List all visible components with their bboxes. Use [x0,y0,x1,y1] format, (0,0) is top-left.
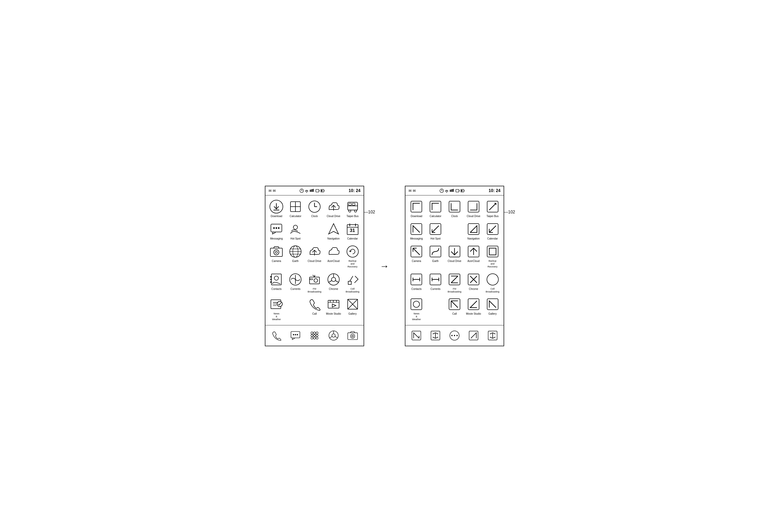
svg-rect-115 [459,190,459,191]
svg-point-93 [314,334,316,337]
svg-line-64 [313,275,315,277]
right-app-contacts[interactable]: Contacts [407,271,425,295]
right-app-grid: Download Calculator Clock Cloud Drive [405,195,504,325]
right-app-hotspot[interactable]: Hot Spot [427,220,445,242]
svg-point-3 [306,192,307,193]
svg-point-55 [274,276,279,280]
right-app-clock[interactable]: Clock [446,198,464,219]
app-cloud-drive[interactable]: Cloud Drive [324,198,342,219]
app-calculator[interactable]: Calculator [287,198,305,219]
app-movie[interactable]: Movie Studio [324,296,342,322]
right-app-taipei-bus[interactable]: Taipei Bus [483,198,501,219]
right-app-calculator[interactable]: Calculator [427,198,445,219]
dock-camera[interactable] [344,327,362,344]
left-time: 10: 24 [349,188,360,193]
right-app-gallery[interactable]: Gallery [483,296,501,322]
svg-rect-113 [453,189,454,192]
svg-rect-31 [349,203,351,205]
svg-point-160 [487,274,498,285]
svg-rect-7 [313,189,314,192]
right-app-chrome[interactable]: Chrome [464,271,482,295]
app-cell-broadcasting[interactable]: CellBroadcasting [344,271,362,295]
svg-point-96 [314,337,316,339]
right-app-currents[interactable]: Currents [427,271,445,295]
right-app-cell[interactable]: CellBroadcasting [483,271,501,295]
right-app-backup[interactable]: BackupandRecovery [483,243,501,270]
app-news[interactable]: News&Weather [268,296,286,322]
svg-rect-123 [468,201,479,212]
svg-rect-32 [352,203,355,205]
app-navigation[interactable]: Navigation [324,220,342,242]
right-dock-2[interactable] [427,327,445,344]
right-app-acercloud[interactable]: AcerCloud [464,243,482,270]
app-gallery[interactable]: Gallery [344,296,362,322]
right-dock-4[interactable] [464,327,482,344]
right-app-messaging[interactable]: Messaging [407,220,425,242]
svg-marker-38 [329,224,339,234]
right-app-navigation[interactable]: Navigation [464,220,482,242]
app-calendar[interactable]: 31 Calendar [344,220,362,242]
app-acercloud[interactable]: AcerCloud [324,243,342,270]
right-app-fm[interactable]: FMBroadcasting [446,271,464,295]
right-dock-1[interactable] [407,327,425,344]
app-camera[interactable]: Camera [268,243,286,270]
right-app-camera[interactable]: Camera [407,243,425,270]
right-label-102: —102 [504,210,515,214]
svg-point-174 [454,335,455,336]
svg-rect-63 [310,279,313,280]
app-call[interactable]: Call [306,296,324,322]
app-chrome[interactable]: Chrome [324,271,342,295]
app-backup[interactable]: BackupandRecovery [344,243,362,270]
app-earth[interactable]: Earth [287,243,305,270]
svg-rect-119 [411,201,422,212]
status-left-icons: ✉ ✉ [269,189,276,193]
dock-call[interactable] [268,327,286,344]
svg-point-53 [347,246,358,257]
app-contacts[interactable]: Contacts [268,271,286,295]
right-phone: ✉ ✉ 10: 24 Download [405,186,504,346]
app-hotspot[interactable]: Hot Spot [287,220,305,242]
app-download[interactable]: Download [268,198,286,219]
right-app-movie[interactable]: Movie Studio [464,296,482,322]
status-middle-icons [300,189,325,193]
right-app-empty [446,220,464,242]
right-app-earth[interactable]: Earth [427,243,445,270]
svg-point-34 [273,227,275,229]
svg-rect-114 [456,189,459,192]
right-app-call[interactable]: Call [446,296,464,322]
dock-chrome[interactable] [324,327,342,344]
svg-point-86 [293,334,294,335]
dock-messaging[interactable] [287,327,305,344]
right-app-download[interactable]: Download [407,198,425,219]
svg-rect-117 [461,190,462,192]
app-fm[interactable]: FMBroadcasting [306,271,324,295]
right-app-calendar[interactable]: Calendar [483,220,501,242]
app-cloud-drive2[interactable]: Cloud Drive [306,243,324,270]
right-dock-5[interactable] [483,327,501,344]
app-currents[interactable]: Currents [287,271,305,295]
svg-rect-44 [270,248,282,256]
app-messaging[interactable]: Messaging [268,220,286,242]
right-dock-3[interactable] [446,327,464,344]
svg-point-162 [413,301,419,307]
right-app-news[interactable]: News&Weather [407,296,425,322]
svg-rect-110 [450,190,451,192]
svg-line-133 [489,226,496,232]
right-app-cloud-drive2[interactable]: Cloud Drive [446,243,464,270]
svg-point-92 [311,334,313,337]
dock-apps[interactable] [306,327,324,344]
app-clock[interactable]: Clock [306,198,324,219]
svg-point-62 [314,279,318,282]
svg-point-97 [316,337,318,339]
svg-point-89 [311,332,313,334]
right-app-cloud-drive[interactable]: Cloud Drive [464,198,482,219]
svg-point-95 [311,337,313,339]
svg-point-173 [451,335,453,336]
svg-point-88 [297,334,298,335]
app-taipei-bus[interactable]: Taipei Bus [344,198,362,219]
app-empty-2 [287,296,305,322]
svg-point-104 [350,334,354,338]
svg-point-26 [354,210,357,212]
svg-point-35 [276,227,277,229]
svg-rect-8 [316,189,319,192]
